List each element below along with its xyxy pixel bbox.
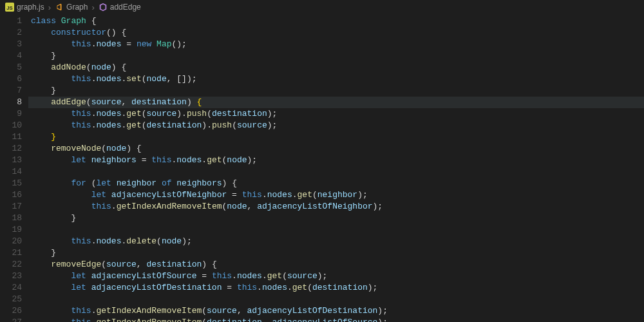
code-line[interactable]: let adjacencyListOfSource = this.nodes.g… [31,270,644,282]
svg-text:JS: JS [6,5,13,11]
line-number: 1 [0,15,22,27]
line-number: 26 [0,305,22,317]
line-number: 8 [0,97,22,108]
chevron-right-icon: › [47,3,52,12]
breadcrumb-file[interactable]: graph.js [17,3,44,12]
line-number: 20 [0,236,22,247]
code-line[interactable]: let adjacencyListOfDestination = this.no… [31,282,644,294]
class-icon [55,3,64,12]
code-line[interactable]: for (let neighbor of neighbors) { [31,178,644,189]
line-number: 4 [0,50,22,62]
line-number: 17 [0,201,22,213]
line-number: 27 [0,317,22,322]
breadcrumb[interactable]: JS graph.js › Graph › addEdge [0,0,644,14]
line-number: 22 [0,259,22,270]
code-line[interactable]: this.nodes.get(source).push(destination)… [31,108,644,120]
code-line[interactable]: removeNode(node) { [31,143,644,155]
line-number: 21 [0,247,22,259]
line-number: 10 [0,120,22,131]
line-number: 24 [0,282,22,294]
code-line[interactable]: class Graph { [31,15,644,27]
code-line[interactable]: } [31,213,644,224]
code-line[interactable]: } [31,85,644,97]
code-line[interactable]: } [31,50,644,62]
code-line[interactable] [31,166,644,178]
line-number: 13 [0,155,22,166]
line-number: 2 [0,27,22,39]
code-line[interactable]: addNode(node) { [31,62,644,73]
breadcrumb-method[interactable]: addEdge [110,3,141,12]
code-line[interactable]: this.nodes = new Map(); [31,39,644,50]
code-line[interactable]: this.nodes.set(node, []); [31,73,644,85]
line-number: 9 [0,108,22,120]
code-line[interactable]: this.nodes.delete(node); [31,236,644,247]
line-number: 18 [0,213,22,224]
line-number-gutter[interactable]: 1234567891011121314151617181920212223242… [0,14,31,322]
code-line[interactable]: addEdge(source, destination) { [28,97,644,108]
code-line[interactable]: constructor() { [31,27,644,39]
code-line[interactable]: this.getIndexAndRemoveItem(node, adjacen… [31,201,644,213]
method-icon [99,3,108,12]
line-number: 23 [0,270,22,282]
code-line[interactable] [31,294,644,305]
line-number: 6 [0,73,22,85]
line-number: 7 [0,85,22,97]
line-number: 15 [0,178,22,189]
js-file-icon: JS [5,3,14,12]
line-number: 14 [0,166,22,178]
code-editor[interactable]: 1234567891011121314151617181920212223242… [0,14,644,322]
code-content[interactable]: class Graph { constructor() { this.nodes… [31,14,644,322]
code-line[interactable]: this.nodes.get(destination).push(source)… [31,120,644,131]
chevron-right-icon: › [90,3,95,12]
code-line[interactable]: let adjacencyListOfNeighbor = this.nodes… [31,189,644,201]
line-number: 25 [0,294,22,305]
line-number: 3 [0,39,22,50]
code-line[interactable]: this.getIndexAndRemoveItem(destination, … [31,317,644,322]
line-number: 16 [0,189,22,201]
line-number: 12 [0,143,22,155]
code-line[interactable]: removeEdge(source, destination) { [31,259,644,270]
code-line[interactable]: } [31,247,644,259]
code-line[interactable] [31,224,644,236]
line-number: 5 [0,62,22,73]
code-line[interactable]: this.getIndexAndRemoveItem(source, adjac… [31,305,644,317]
line-number: 19 [0,224,22,236]
code-line[interactable]: let neighbors = this.nodes.get(node); [31,155,644,166]
breadcrumb-class[interactable]: Graph [66,3,88,12]
code-line[interactable]: } [31,131,644,143]
line-number: 11 [0,131,22,143]
